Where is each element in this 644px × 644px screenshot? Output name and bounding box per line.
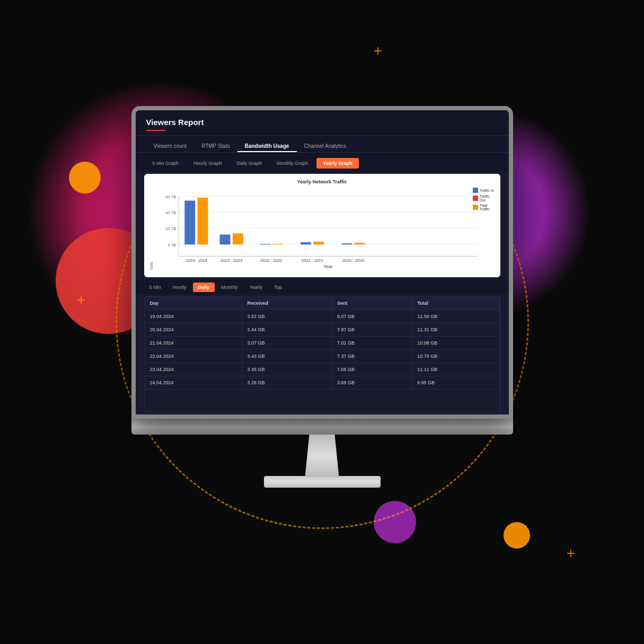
graph-tab-monthly[interactable]: Monthly Graph	[270, 158, 314, 169]
screen-header: Viewers Report	[136, 110, 509, 136]
cell-day: 23.04.2024	[145, 363, 242, 376]
svg-rect-13	[219, 235, 230, 245]
col-day: Day	[145, 297, 242, 310]
tab-bandwidth-usage[interactable]: Bandwidth Usage	[237, 140, 297, 152]
svg-text:2023: 2023	[220, 258, 229, 263]
cell-total: 11.31 GB	[412, 323, 499, 337]
plus-icon-bottom-right: +	[567, 545, 575, 562]
svg-text:2022: 2022	[273, 258, 282, 263]
cell-sent: 7.01 GB	[331, 337, 411, 350]
bg-blob-orange-small	[69, 162, 101, 193]
plus-icon-left: +	[77, 292, 85, 308]
svg-text:2022: 2022	[260, 258, 269, 263]
data-tab-daily[interactable]: Daily	[193, 283, 215, 292]
cell-sent: 3.69 GB	[331, 376, 411, 390]
col-total: Total	[412, 297, 499, 310]
col-sent: Sent	[331, 297, 411, 310]
chart-container: Data 60 TB 40 TB 20 TB	[149, 188, 495, 270]
graph-tabs: 5 Min Graph Hourly Graph Daily Graph Mon…	[136, 153, 509, 172]
svg-text:2023: 2023	[233, 258, 242, 263]
data-tab-yearly[interactable]: Yearly	[244, 283, 268, 292]
data-tab-top[interactable]: Top	[269, 283, 287, 292]
cell-total: 11.59 GB	[412, 310, 499, 323]
svg-text:2020: 2020	[355, 258, 364, 263]
cell-total: 6.95 GB	[412, 376, 499, 390]
legend-label-traffic-in: Traffic In	[480, 189, 494, 192]
table-row: 21.04.2024 3.07 GB 7.01 GB 10.08 GB	[145, 337, 500, 350]
monitor-bezel-bottom	[131, 419, 513, 435]
cell-day: 24.04.2024	[145, 376, 242, 390]
monitor-stand-base	[264, 476, 381, 488]
legend-traffic-out: TrafficOut	[473, 195, 494, 202]
cell-received: 3.43 GB	[242, 350, 331, 363]
legend-color-total-traffic	[473, 205, 478, 210]
cell-sent: 8.07 GB	[331, 310, 411, 323]
cell-total: 10.79 GB	[412, 350, 499, 363]
svg-text:20 TB: 20 TB	[165, 226, 176, 231]
cell-received: 3.26 GB	[242, 376, 331, 390]
legend-traffic-in: Traffic In	[473, 188, 494, 193]
table-row: 24.04.2024 3.26 GB 3.69 GB 6.95 GB	[145, 376, 500, 390]
table-row: 19.04.2024 3.52 GB 8.07 GB 11.59 GB	[145, 310, 500, 323]
cell-received: 3.45 GB	[242, 363, 331, 376]
plus-icon-top: +	[374, 42, 382, 59]
svg-rect-26	[354, 243, 365, 244]
cell-day: 20.04.2024	[145, 323, 242, 337]
data-table: Day Received Sent Total 19.04.2024 3.52 …	[144, 296, 500, 412]
monitor: Viewers Report Viewers count RTMP Stats …	[131, 106, 513, 488]
cell-received: 3.07 GB	[242, 337, 331, 350]
chart-svg: 60 TB 40 TB 20 TB 0 TB 2024 2024	[155, 188, 495, 270]
chart-inner: 60 TB 40 TB 20 TB 0 TB 2024 2024	[155, 188, 495, 270]
monitor-stand-neck	[301, 435, 343, 477]
data-tabs: 5 Min Hourly Daily Monthly Yearly Top	[136, 279, 509, 294]
nav-tabs: Viewers count RTMP Stats Bandwidth Usage…	[136, 136, 509, 153]
graph-tab-daily[interactable]: Daily Graph	[231, 158, 269, 169]
graph-tab-yearly[interactable]: Yearly Graph	[316, 158, 359, 169]
tab-viewers-count[interactable]: Viewers count	[146, 140, 195, 152]
cell-total: 10.08 GB	[412, 337, 499, 350]
data-tab-monthly[interactable]: Monthly	[216, 283, 243, 292]
legend-color-traffic-out	[473, 196, 478, 201]
cell-day: 21.04.2024	[145, 337, 242, 350]
table-row: 20.04.2024 3.44 GB 7.87 GB 11.31 GB	[145, 323, 500, 337]
svg-rect-18	[272, 244, 283, 244]
svg-text:60 TB: 60 TB	[165, 195, 176, 199]
legend-label-total-traffic: TotalTraffic	[480, 204, 490, 211]
screen-content: Viewers Report Viewers count RTMP Stats …	[136, 110, 509, 414]
data-tab-5min[interactable]: 5 Min	[144, 283, 166, 292]
svg-rect-22	[313, 242, 324, 245]
bandwidth-table: Day Received Sent Total 19.04.2024 3.52 …	[145, 297, 500, 390]
svg-rect-21	[301, 242, 311, 244]
svg-text:2020: 2020	[342, 258, 351, 263]
tab-rtmp-stats[interactable]: RTMP Stats	[194, 140, 237, 152]
chart-area: Yearly Network Traffic Data 60 TB	[144, 174, 500, 277]
table-header-row: Day Received Sent Total	[145, 297, 500, 310]
svg-rect-25	[341, 243, 352, 244]
chart-legend: Traffic In TrafficOut TotalTraffic	[473, 188, 494, 213]
svg-rect-17	[259, 244, 270, 244]
legend-label-traffic-out: TrafficOut	[480, 195, 490, 202]
data-tab-hourly[interactable]: Hourly	[167, 283, 192, 292]
bg-blob-orange-bottom	[504, 522, 530, 549]
cell-day: 22.04.2024	[145, 350, 242, 363]
svg-rect-14	[232, 233, 243, 244]
legend-color-traffic-in	[473, 188, 478, 193]
svg-text:2021: 2021	[301, 258, 310, 263]
chart-y-label: Data	[149, 188, 153, 270]
chart-title: Yearly Network Traffic	[149, 179, 495, 184]
table-row: 23.04.2024 3.45 GB 7.66 GB 11.11 GB	[145, 363, 500, 376]
graph-tab-hourly[interactable]: Hourly Graph	[187, 158, 228, 169]
svg-text:0 TB: 0 TB	[167, 243, 176, 248]
title-underline	[146, 130, 165, 131]
cell-received: 3.44 GB	[242, 323, 331, 337]
tab-channel-analytics[interactable]: Channel Analytics	[297, 140, 354, 152]
svg-rect-9	[184, 200, 195, 244]
svg-rect-10	[197, 198, 208, 244]
page-title: Viewers Report	[146, 118, 498, 127]
cell-received: 3.52 GB	[242, 310, 331, 323]
svg-text:2024: 2024	[186, 258, 195, 263]
graph-tab-5min[interactable]: 5 Min Graph	[146, 158, 186, 169]
svg-text:40 TB: 40 TB	[165, 210, 176, 215]
col-received: Received	[242, 297, 331, 310]
svg-text:2021: 2021	[314, 258, 323, 263]
